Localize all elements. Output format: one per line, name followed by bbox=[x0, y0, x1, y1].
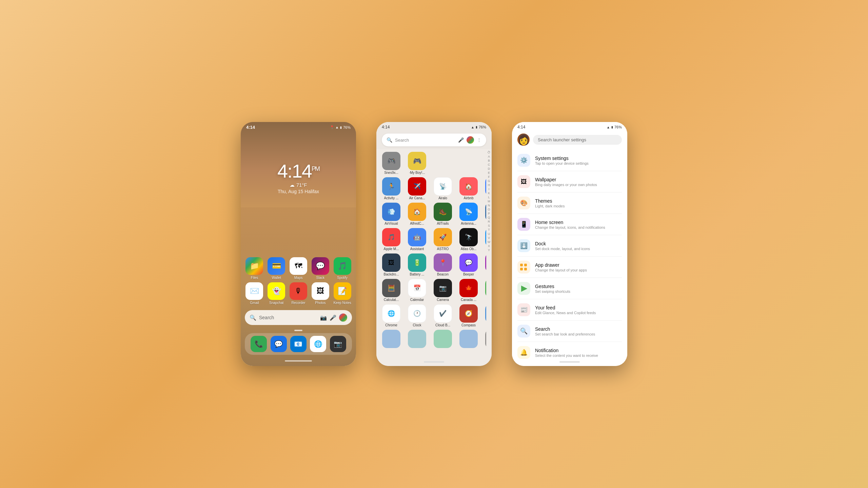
app-beeper2[interactable]: 💬 Beeper bbox=[482, 253, 486, 276]
dock-camera[interactable]: 📷 bbox=[330, 336, 346, 352]
camera-search-icon[interactable]: 📷 bbox=[320, 314, 327, 321]
user-avatar[interactable]: 👩 bbox=[517, 134, 530, 146]
settings-item-wallpaper[interactable]: 🖼 Wallpaper Bing daily images or your ow… bbox=[512, 171, 627, 192]
app-atlasob[interactable]: 🔭 Atlas Ob... bbox=[456, 228, 481, 251]
app-aircanada[interactable]: ✈️ Air Cana... bbox=[405, 177, 429, 200]
settings-item-yourfeed[interactable]: 📰 Your feed Edit Glance, News and Copilo… bbox=[512, 299, 627, 320]
alpha-o[interactable]: O bbox=[488, 208, 490, 211]
app-maps[interactable]: 🗺 Maps bbox=[289, 257, 308, 280]
alpha-d[interactable]: D bbox=[488, 167, 490, 170]
app-chat[interactable]: 💬 Chat bbox=[482, 279, 486, 302]
app-alfredc[interactable]: 🏠 AlfredC... bbox=[405, 203, 429, 225]
alpha-x[interactable]: X bbox=[488, 244, 490, 248]
alpha-f[interactable]: F bbox=[488, 175, 490, 179]
app-recorder[interactable]: 🎙 Recorder bbox=[289, 282, 308, 305]
app-slack[interactable]: 💬 Slack bbox=[311, 257, 330, 280]
app-chrome[interactable]: 🌐 Chrome bbox=[379, 304, 403, 327]
alpha-g[interactable]: G bbox=[488, 179, 490, 183]
app-snapchat[interactable]: 👻 Snapchat bbox=[267, 282, 286, 305]
alpha-p[interactable]: P bbox=[488, 212, 490, 215]
alpha-v[interactable]: V bbox=[488, 236, 490, 240]
app-files[interactable]: 📁 Files bbox=[245, 257, 264, 280]
app-airalo[interactable]: 📡 Airalo bbox=[431, 177, 455, 200]
app-backdrop[interactable]: 🖼 Backdro... bbox=[379, 253, 403, 276]
dock-messages[interactable]: 💬 bbox=[271, 336, 287, 352]
alpha-i[interactable]: I bbox=[489, 187, 490, 191]
alpha-a[interactable]: A bbox=[488, 155, 490, 158]
dock-chrome[interactable]: 🌐 bbox=[310, 336, 326, 352]
app-beacon[interactable]: 📍 Beacon bbox=[431, 253, 455, 276]
app-snes9x[interactable]: 🎮 Snes9x... bbox=[379, 152, 403, 175]
alpha-r[interactable]: R bbox=[488, 220, 490, 223]
app-canada[interactable]: 🍁 Canada ... bbox=[456, 279, 481, 302]
alpha-l[interactable]: L bbox=[488, 196, 490, 199]
mic-icon[interactable]: 🎤 bbox=[330, 314, 336, 321]
app-astro[interactable]: 🚀 ASTRO bbox=[431, 228, 455, 251]
mic-icon[interactable]: 🎤 bbox=[458, 137, 464, 143]
lens-icon[interactable] bbox=[339, 313, 347, 322]
app-clock[interactable]: 🕐 Clock bbox=[405, 304, 429, 327]
dock-outlook[interactable]: 📧 bbox=[290, 336, 307, 352]
app-label-photos: Photos bbox=[315, 301, 326, 305]
alpha-m[interactable]: M bbox=[488, 200, 490, 203]
settings-item-appdrawer[interactable]: App drawer Change the layout of your app… bbox=[512, 257, 627, 278]
settings-item-search[interactable]: 🔍 Search Set search bar look and prefere… bbox=[512, 321, 627, 342]
app-calculator[interactable]: 🧮 Calculat... bbox=[379, 279, 403, 302]
settings-item-gestures[interactable]: ▶ Gestures Set swiping shortcuts bbox=[512, 278, 627, 299]
app-applemusic[interactable]: 🎵 Apple M... bbox=[379, 228, 403, 251]
app-battery[interactable]: 🔋 Battery ... bbox=[405, 253, 429, 276]
app-antenna[interactable]: 📡 Antenna... bbox=[456, 203, 481, 225]
drawer-wifi-icon: ▲ bbox=[471, 125, 474, 129]
home-search-bar[interactable]: 🔍 Search 📷 🎤 bbox=[245, 310, 352, 325]
alpha-t[interactable]: T bbox=[488, 228, 490, 231]
more-options-icon[interactable]: ⋮ bbox=[477, 137, 481, 143]
app-airbnb[interactable]: 🏠 Airbnb bbox=[456, 177, 481, 200]
dock-phone[interactable]: 📞 bbox=[251, 336, 267, 352]
app-alltrails[interactable]: 🥾 AllTrails bbox=[431, 203, 455, 225]
alpha-w[interactable]: W bbox=[488, 240, 491, 244]
settings-item-themes[interactable]: 🎨 Themes Light, dark modes bbox=[512, 192, 627, 214]
icon-astro: 🚀 bbox=[434, 228, 452, 246]
app-calendar[interactable]: 📅 Calendar bbox=[405, 279, 429, 302]
alpha-s[interactable]: S bbox=[488, 224, 490, 227]
themes-icon: 🎨 bbox=[517, 197, 530, 209]
app-compass[interactable]: 🧭 Compass bbox=[456, 304, 481, 327]
app-beeper1[interactable]: 💬 Beeper bbox=[456, 253, 481, 276]
settings-item-system[interactable]: ⚙️ System settings Tap to open your devi… bbox=[512, 150, 627, 171]
settings-item-homescreen[interactable]: 📱 Home screen Change the layout, icons, … bbox=[512, 214, 627, 235]
app-airscreen[interactable]: 📺 AirScreen bbox=[482, 177, 486, 200]
app-label-snapchat: Snapchat bbox=[269, 301, 283, 305]
alpha-q[interactable]: Q bbox=[488, 216, 490, 219]
alpha-k[interactable]: K bbox=[488, 191, 490, 195]
app-cloudb[interactable]: ✔️ Cloud B... bbox=[431, 304, 455, 327]
app-contacts[interactable]: 👤 Contacts bbox=[482, 304, 486, 327]
app-activity[interactable]: 🏃 Activity ... bbox=[379, 177, 403, 200]
app-photos[interactable]: 🖼 Photos bbox=[311, 282, 330, 305]
app-keepnotes[interactable]: 📝 Keep Notes bbox=[333, 282, 352, 305]
app-camera[interactable]: 📷 Camera bbox=[431, 279, 455, 302]
app-applock[interactable]: 🔒 App Lock bbox=[482, 203, 486, 225]
alpha-b[interactable]: B bbox=[488, 159, 490, 162]
alpha-sidebar[interactable]: ⏱ A B C D E F G H I K L M N O P Q R S T bbox=[486, 149, 492, 359]
alpha-e[interactable]: E bbox=[488, 171, 490, 175]
app-spotify[interactable]: 🎵 Spotify bbox=[333, 257, 352, 280]
alpha-c[interactable]: C bbox=[488, 163, 490, 166]
app-wallet[interactable]: 💳 Wallet bbox=[267, 257, 286, 280]
drawer-search-bar[interactable]: 🔍 Search 🎤 ⋮ bbox=[382, 134, 486, 146]
alpha-y[interactable]: Y bbox=[488, 248, 490, 252]
alpha-h[interactable]: H bbox=[488, 183, 490, 187]
lens-icon[interactable] bbox=[467, 136, 474, 144]
alpha-clock[interactable]: ⏱ bbox=[487, 150, 491, 154]
alpha-n[interactable]: N bbox=[488, 204, 490, 207]
settings-search-bar[interactable]: Search launcher settings bbox=[533, 135, 622, 145]
drawer-wrapper: 4:14 ▲ ▮ 76% 🔍 Search 🎤 ⋮ 🎮 bbox=[376, 122, 492, 366]
settings-item-dock[interactable]: ⬇️ Dock Set dock mode, layout, and icons bbox=[512, 235, 627, 256]
app-gmail[interactable]: ✉️ Gmail bbox=[245, 282, 264, 305]
app-myboy[interactable]: 🎮 ·My Boy!... bbox=[405, 152, 429, 175]
app-authenti[interactable]: 🔑 Authenti... bbox=[482, 228, 486, 251]
alpha-u[interactable]: U bbox=[488, 232, 490, 236]
icon-assistant: 🤖 bbox=[408, 228, 426, 246]
app-airvisual[interactable]: 💨 AirVisual bbox=[379, 203, 403, 225]
app-assistant[interactable]: 🤖 Assistant bbox=[405, 228, 429, 251]
settings-item-notification[interactable]: 🔔 Notification Select the content you wa… bbox=[512, 342, 627, 359]
